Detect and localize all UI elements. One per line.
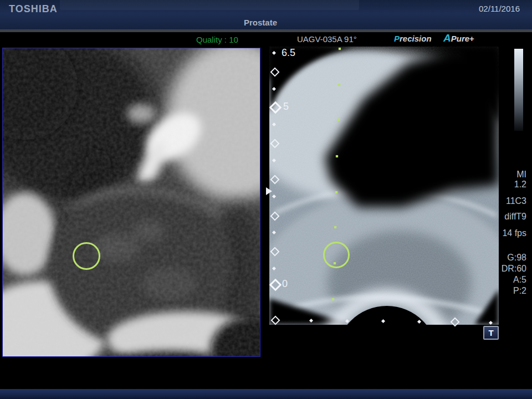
frame-rate-label: 14 fps [466,228,526,238]
preset-label: diffT9 [466,212,526,222]
quality-label: Quality : 10 [196,35,238,44]
precision-logo: Precision [394,34,432,43]
us-target-circle [323,242,350,268]
needle-guide-dot [339,48,341,50]
needle-guide-dot [338,84,340,86]
param-a-label: A:5 [466,274,526,285]
imaging-params: MI 1.2 11C3 diffT9 14 fps [466,170,526,238]
exam-title: Prostate [0,18,521,27]
depth-label-top: 6.5 [282,47,295,59]
depth-label-zero: 0 [282,278,288,290]
needle-guide-dot [337,119,340,121]
gain-params: G:98 DR:60 A:5 P:2 [466,252,526,296]
precision-rest: recision [400,34,432,43]
needle-guide-dot [335,191,337,193]
apure-rest: Pure [451,34,469,43]
apure-a: A [443,32,451,44]
param-p-label: P:2 [466,285,526,296]
mi-label: MI [466,170,526,180]
transducer-label: 11C3 [466,196,526,206]
mi-value: 1.2 [466,180,526,190]
brand-logo: TOSHIBA [9,3,58,15]
dynamic-range-label: DR:60 [466,263,526,274]
ultrasound-image [269,47,499,325]
apure-logo: APure+ [443,32,474,44]
needle-guide-dot [334,226,336,228]
needle-guide-dot [336,155,338,157]
grayscale-bar [514,49,523,131]
gain-label: G:98 [466,252,526,263]
focus-marker-icon [266,187,272,195]
date-label: 02/11/2016 [479,4,520,13]
t-orientation-button[interactable]: T [483,326,499,340]
mri-target-circle [73,242,100,270]
mri-panel [2,48,260,357]
bottom-bar [0,389,532,399]
probe-id-label: UAGV-035A 91° [297,34,357,44]
header-bar: TOSHIBA 02/11/2016 Prostate [0,0,532,29]
precision-p: P [394,34,400,43]
needle-guide-dot [332,298,334,300]
depth-label-mid: 5 [283,101,289,112]
header-inset [60,0,359,10]
apure-plus: + [469,34,474,43]
mri-image [3,48,260,356]
